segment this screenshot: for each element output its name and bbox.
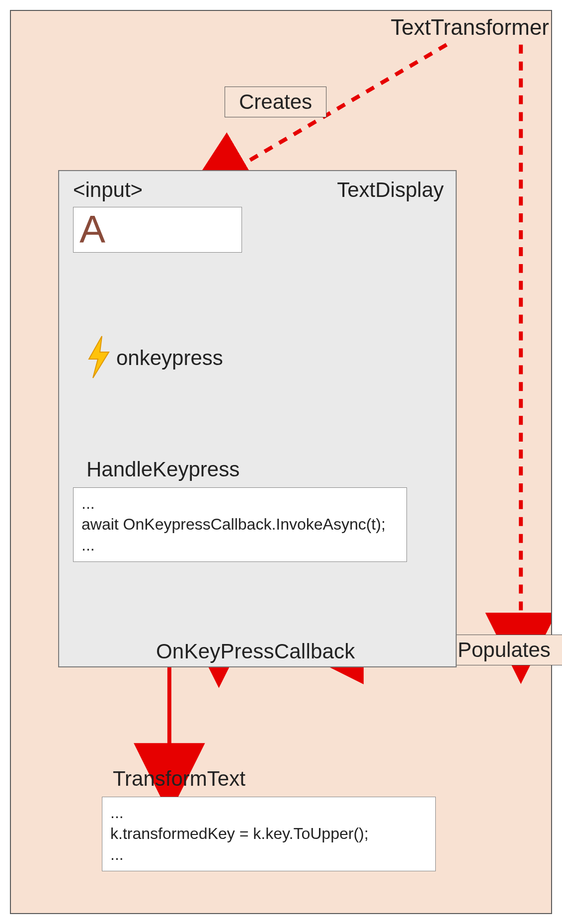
transformtext-code-box: ... k.transformedKey = k.key.ToUpper(); … xyxy=(102,797,436,871)
transformtext-title: TransformText xyxy=(113,767,245,791)
creates-label-box: Creates xyxy=(225,87,326,117)
creates-label: Creates xyxy=(239,90,312,113)
code-line: ... xyxy=(110,802,427,823)
onkeypress-event-label: onkeypress xyxy=(116,346,223,370)
code-line: k.transformedKey = k.key.ToUpper(); xyxy=(110,823,427,844)
handlekeypress-title: HandleKeypress xyxy=(86,458,240,481)
text-input[interactable]: A xyxy=(73,207,242,253)
input-tag-label: <input> xyxy=(73,178,143,202)
lightning-icon xyxy=(84,335,114,380)
code-line: ... xyxy=(81,493,399,514)
code-line: ... xyxy=(81,535,399,555)
code-line: ... xyxy=(110,844,427,865)
handlekeypress-code-box: ... await OnKeypressCallback.InvokeAsync… xyxy=(73,487,407,562)
outer-title: TextTransformer xyxy=(391,15,549,40)
populates-label: Populates xyxy=(458,638,551,661)
onkeypresscallback-label: OnKeyPressCallback xyxy=(156,640,355,663)
code-line: await OnKeypressCallback.InvokeAsync(t); xyxy=(81,514,399,535)
populates-label-box: Populates xyxy=(443,635,562,665)
textdisplay-container: <input> TextDisplay A onkeypress HandleK… xyxy=(58,170,457,667)
textdisplay-title: TextDisplay xyxy=(337,178,444,202)
texttransformer-container: TextTransformer Creates Populates <input… xyxy=(10,10,552,914)
